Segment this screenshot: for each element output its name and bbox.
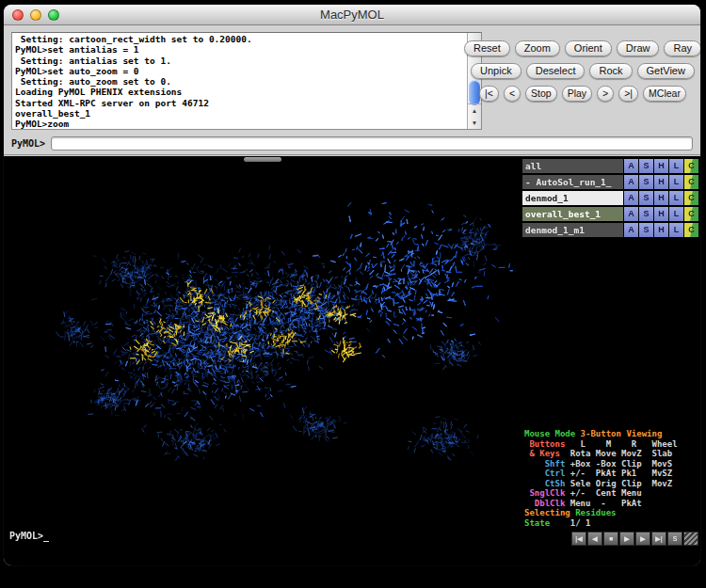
mclear-button[interactable]: MClear [643,86,686,102]
scroll-down-button[interactable]: ▼ [468,117,481,129]
mouse-panel-line: Buttons L M R Wheel [524,439,698,450]
log-line: Setting: cartoon_rect_width set to 0.200… [15,34,464,44]
viewport-prompt: PyMOL>_ [9,531,49,541]
state-line[interactable]: State 1/ 1 [524,518,698,529]
stop-button[interactable]: Stop [525,86,557,102]
command-button-cluster: Reset Zoom Orient Draw Ray Unpick Desele… [471,40,695,108]
object-row-all: all A S H L C [522,159,698,173]
deselect-button[interactable]: Deselect [526,63,586,79]
label-l-button[interactable]: L [669,207,683,221]
reset-button[interactable]: Reset [464,40,510,56]
object-row-denmod-1-m1: denmod_1_m1 A S H L C [522,223,698,237]
movie-back-button[interactable]: ◀ [587,532,602,546]
main-area: PyMOL>_ all A S H L C - AutoSol_run_1_ A… [4,156,700,565]
rock-button[interactable]: Rock [589,63,632,79]
close-button[interactable] [12,9,24,21]
window-controls [12,9,59,21]
ray-button[interactable]: Ray [664,40,700,56]
minimize-button[interactable] [30,9,41,21]
movie-stop-button[interactable]: ■ [603,532,618,546]
log-line: PyMOL>set antialias = 1 [15,44,464,55]
object-row-overall-best-1: overall_best_1 A S H L C [522,207,698,221]
color-c-button[interactable]: C [684,207,698,221]
label-l-button[interactable]: L [669,175,683,189]
unpick-button[interactable]: Unpick [471,63,521,79]
3d-viewport: PyMOL>_ [4,156,521,565]
hide-h-button[interactable]: H [654,175,668,189]
show-s-button[interactable]: S [639,223,653,237]
show-s-button[interactable]: S [639,207,653,221]
step-back-button[interactable]: < [504,86,521,102]
object-name[interactable]: denmod_1 [522,191,623,205]
object-name[interactable]: overall_best_1 [522,207,623,221]
action-a-button[interactable]: A [624,207,638,221]
pane-splitter-handle[interactable] [244,157,281,162]
log-line: Loading PyMOL PHENIX extensions [15,87,464,97]
action-a-button[interactable]: A [624,223,638,237]
log-line: PyMOL>set auto_zoom = 0 [15,66,464,76]
movie-s-button[interactable]: S [667,532,682,546]
movie-controls: |◀ ◀ ■ ▶ ▶ ▶| S [571,532,698,546]
selection-mode-line[interactable]: Selecting Residues [524,508,698,518]
console-log: Setting: cartoon_rect_width set to 0.200… [12,33,467,129]
zoom-button[interactable]: Zoom [515,40,560,56]
color-c-button[interactable]: C [684,175,698,189]
label-l-button[interactable]: L [669,223,683,237]
log-line: Setting: antialias set to 1. [15,56,464,66]
log-line: Started XML-RPC server on port 46712 [15,98,464,108]
hide-h-button[interactable]: H [654,191,668,205]
mouse-panel-line: Ctrl +/- PkAt Pk1 MvSZ [524,469,698,479]
movie-end-button[interactable]: ▶| [651,532,666,546]
mouse-panel-line: Shft +Box -Box Clip MovS [524,459,698,469]
show-s-button[interactable]: S [639,159,653,173]
movie-forward-button[interactable]: ▶ [635,532,650,546]
orient-button[interactable]: Orient [565,40,612,56]
object-row-autosol: - AutoSol_run_1_ A S H L C [522,175,698,189]
movie-rewind-button[interactable]: |◀ [571,532,586,546]
object-name[interactable]: all [522,159,623,173]
step-forward-button[interactable]: > [597,86,614,102]
object-name[interactable]: - AutoSol_run_1_ [522,175,623,189]
object-panel: all A S H L C - AutoSol_run_1_ A S H L C… [521,156,700,565]
command-input[interactable] [51,136,693,151]
step-last-button[interactable]: >| [618,86,638,102]
mouse-panel-line: & Keys Rota Move MovZ Slab [524,449,698,459]
action-a-button[interactable]: A [624,175,638,189]
mouse-mode-line[interactable]: Mouse Mode 3-Button Viewing [524,429,698,439]
mouse-panel-line: CtSh Sele Orig Clip MovZ [524,479,698,489]
draw-button[interactable]: Draw [617,40,660,56]
viewport-canvas[interactable] [4,156,521,565]
show-s-button[interactable]: S [639,191,653,205]
mouse-mode-panel: Mouse Mode 3-Button Viewing Buttons L M … [524,429,698,528]
title-bar[interactable]: MacPyMOL [4,5,700,25]
hide-h-button[interactable]: H [654,159,668,173]
getview-button[interactable]: GetView [637,63,695,79]
log-line: Setting: auto_zoom set to 0. [15,76,464,87]
action-a-button[interactable]: A [624,191,638,205]
step-first-button[interactable]: |< [479,86,499,102]
movie-play-button[interactable]: ▶ [619,532,634,546]
upper-control-panel: Setting: cartoon_rect_width set to 0.200… [4,25,700,155]
show-s-button[interactable]: S [639,175,653,189]
macpymol-window: MacPyMOL Setting: cartoon_rect_width set… [4,5,700,565]
prompt-label: PyMOL> [11,138,45,149]
mouse-panel-line: SnglClk +/- Cent Menu [524,488,698,499]
object-row-denmod-1: denmod_1 A S H L C [522,191,698,205]
hide-h-button[interactable]: H [654,223,668,237]
log-line: PyMOL>zoom [15,119,464,129]
label-l-button[interactable]: L [669,191,683,205]
log-line: overall_best_1 [15,108,464,119]
mouse-panel-line: DblClk Menu - PkAt [524,499,698,509]
hide-h-button[interactable]: H [654,207,668,221]
color-c-button[interactable]: C [684,223,698,237]
color-c-button[interactable]: C [684,159,698,173]
zoom-window-button[interactable] [48,9,59,21]
object-name[interactable]: denmod_1_m1 [522,223,623,237]
action-a-button[interactable]: A [624,159,638,173]
resize-grip[interactable] [683,532,698,546]
window-title: MacPyMOL [320,8,384,22]
color-c-button[interactable]: C [684,191,698,205]
label-l-button[interactable]: L [669,159,683,173]
output-console: Setting: cartoon_rect_width set to 0.200… [11,32,482,130]
play-button[interactable]: Play [562,86,592,102]
